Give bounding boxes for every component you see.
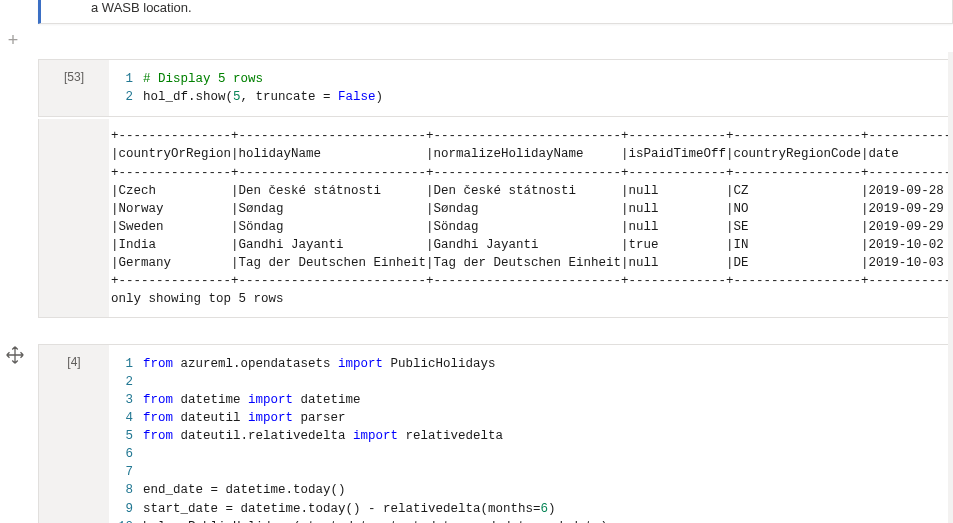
scrollbar[interactable]: [948, 52, 953, 523]
stdout-output: +---------------+-----------------------…: [109, 119, 953, 316]
plus-icon: +: [8, 30, 19, 51]
code-cell-1: [53] 1 2 # Display 5 rows hol_df.show(5,…: [0, 59, 953, 117]
cell-gutter: [0, 119, 38, 317]
cell-body[interactable]: [53] 1 2 # Display 5 rows hol_df.show(5,…: [38, 59, 951, 117]
cell-1-output: +---------------+-----------------------…: [0, 119, 953, 317]
code-editor[interactable]: 1 2 # Display 5 rows hol_df.show(5, trun…: [109, 60, 950, 116]
code-content[interactable]: from azureml.opendatasets import PublicH…: [143, 355, 950, 524]
add-cell-button[interactable]: +: [0, 24, 38, 57]
execution-count: [53]: [39, 60, 109, 116]
info-banner: a WASB location.: [38, 0, 953, 24]
output-gutter: [39, 119, 109, 316]
move-cell-icon[interactable]: [4, 344, 26, 369]
code-content[interactable]: # Display 5 rows hol_df.show(5, truncate…: [143, 70, 950, 106]
code-cell-2: [4] 1 2 3 4 5 6 7 8 9 10 11 from azureml…: [0, 344, 953, 524]
cell-gutter: [0, 344, 38, 524]
output-body: +---------------+-----------------------…: [38, 119, 953, 317]
info-text: a WASB location.: [91, 0, 192, 15]
cell-gutter: [0, 59, 38, 117]
execution-count: [4]: [39, 345, 109, 524]
line-numbers: 1 2: [109, 70, 143, 106]
line-numbers: 1 2 3 4 5 6 7 8 9 10 11: [109, 355, 143, 524]
code-editor[interactable]: 1 2 3 4 5 6 7 8 9 10 11 from azureml.ope…: [109, 345, 950, 524]
cell-body[interactable]: [4] 1 2 3 4 5 6 7 8 9 10 11 from azureml…: [38, 344, 951, 524]
